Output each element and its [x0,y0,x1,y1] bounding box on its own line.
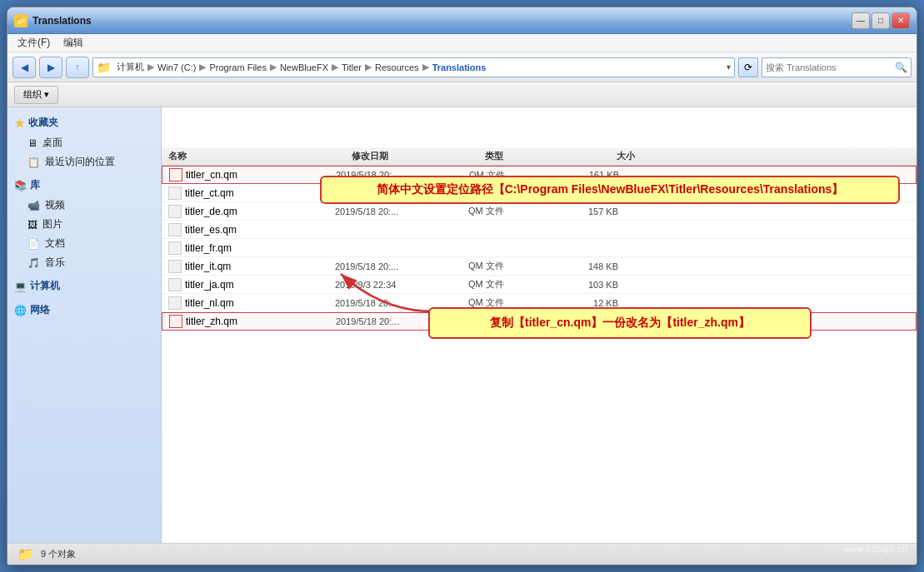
annotation-box1: 简体中文设置定位路径【C:\Program Files\NewBlueFX\Ti… [320,176,900,204]
address-path: 计算机 ▶ Win7 (C:) ▶ Program Files ▶ NewBlu… [114,60,722,74]
address-dropdown-icon[interactable]: ▾ [727,62,731,72]
file-name-cell: titler_cn.qm [169,168,336,182]
maximize-button[interactable]: □ [872,12,890,29]
addr-translations[interactable]: Translations [430,62,489,73]
title-bar-left: 📁 Translations [14,14,92,27]
file-name: titler_de.qm [185,206,237,217]
file-name: titler_zh.qm [186,316,237,327]
col-name-header[interactable]: 名称 [168,150,352,162]
library-icon: 📚 [14,180,27,191]
file-name: titler_ja.qm [185,279,234,291]
address-bar[interactable]: 📁 计算机 ▶ Win7 (C:) ▶ Program Files ▶ NewB… [92,57,735,77]
table-row[interactable]: titler_it.qm2019/5/18 20:...QM 文件148 KB [162,257,917,276]
addr-computer[interactable]: 计算机 [114,60,147,74]
addr-resources[interactable]: Resources [372,62,422,73]
file-name-cell: titler_fr.qm [168,241,335,255]
status-count: 9 个对象 [41,548,76,560]
close-button[interactable]: ✕ [892,12,910,29]
content-area: ★ 收藏夹 🖥 桌面 📋 最近访问的位置 📚 库 📹 [7,107,917,543]
sidebar-item-pictures-label: 图片 [42,217,62,231]
network-header[interactable]: 🌐 网络 [7,300,161,321]
search-box[interactable]: 🔍 [762,57,912,77]
search-icon[interactable]: 🔍 [895,62,907,73]
file-icon [168,278,182,291]
file-name: titler_fr.qm [185,242,232,254]
network-icon: 🌐 [14,305,27,316]
sidebar-item-video[interactable]: 📹 视频 [7,196,161,215]
sidebar: ★ 收藏夹 🖥 桌面 📋 最近访问的位置 📚 库 📹 [7,107,162,543]
file-icon [169,168,182,182]
nav-forward-button[interactable]: ▶ [39,57,62,78]
network-section: 🌐 网络 [7,300,161,321]
organize-button[interactable]: 组织 ▾ [14,86,58,104]
table-row[interactable]: titler_fr.qm [162,239,917,257]
search-input[interactable] [766,62,892,72]
favorites-header[interactable]: ★ 收藏夹 [7,112,161,133]
sidebar-item-desktop[interactable]: 🖥 桌面 [7,133,161,152]
sidebar-item-pictures[interactable]: 🖼 图片 [7,215,161,234]
file-list-header: 名称 修改日期 类型 大小 [162,147,917,166]
file-icon [168,223,182,236]
file-name-cell: titler_ja.qm [168,278,335,291]
col-type-header[interactable]: 类型 [485,150,568,162]
file-icon [169,315,182,328]
table-row[interactable]: titler_de.qm2019/5/18 20:...QM 文件157 KB [162,202,917,221]
music-icon: 🎵 [27,257,40,269]
watermark: 吾爱破解论坛 www.52pojie.cn [844,531,907,554]
documents-icon: 📄 [27,238,40,250]
file-icon [168,241,182,255]
recent-icon: 📋 [27,157,40,168]
file-type-cell: QM 文件 [468,205,552,217]
file-icon [168,296,182,310]
col-size-header[interactable]: 大小 [568,150,635,162]
sidebar-item-music[interactable]: 🎵 音乐 [7,253,161,272]
addr-titler[interactable]: Titler [339,62,364,73]
library-label: 库 [30,178,40,192]
addr-newbluefx[interactable]: NewBlueFX [277,62,331,73]
library-header[interactable]: 📚 库 [7,175,161,196]
table-row[interactable]: titler_es.qm [162,221,917,239]
file-name: titler_cn.qm [186,169,237,181]
computer-label: 计算机 [30,279,60,293]
file-list-area: 简体中文设置定位路径【C:\Program Files\NewBlueFX\Ti… [162,107,917,543]
status-folder-icon: 📁 [17,546,34,562]
file-icon [168,187,182,200]
file-name-cell: titler_zh.qm [169,315,336,328]
file-size-cell: 157 KB [552,206,618,216]
computer-header[interactable]: 💻 计算机 [7,276,161,296]
file-name: titler_it.qm [185,261,231,272]
computer-section: 💻 计算机 [7,276,161,296]
file-size-cell: 103 KB [552,280,618,290]
nav-back-button[interactable]: ◀ [12,57,36,78]
addr-drive[interactable]: Win7 (C:) [155,62,198,73]
file-name-cell: titler_es.qm [168,223,335,236]
favorites-star-icon: ★ [14,117,25,130]
sidebar-item-music-label: 音乐 [45,256,65,270]
organize-bar: 组织 ▾ [7,82,917,107]
title-bar: 📁 Translations — □ ✕ [7,7,917,34]
sidebar-item-desktop-label: 桌面 [42,136,62,150]
addr-programfiles[interactable]: Program Files [207,62,268,73]
file-name-cell: titler_de.qm [168,205,335,218]
sidebar-item-documents[interactable]: 📄 文档 [7,234,161,253]
menu-edit[interactable]: 编辑 [57,34,90,52]
sidebar-item-documents-label: 文档 [45,236,65,251]
table-row[interactable]: titler_ja.qm2019/9/3 22:34QM 文件103 KB [162,276,917,294]
file-name-cell: titler_ct.qm [168,187,335,200]
file-icon [168,205,182,218]
minimize-button[interactable]: — [852,12,870,29]
menu-file[interactable]: 文件(F) [11,34,57,52]
refresh-button[interactable]: ⟳ [738,57,758,77]
status-bar: 📁 9 个对象 [7,543,917,565]
file-name: titler_ct.qm [185,187,234,199]
window-icon: 📁 [14,14,27,27]
computer-icon: 💻 [14,281,27,292]
sidebar-item-recent[interactable]: 📋 最近访问的位置 [7,152,161,172]
network-label: 网络 [30,303,50,317]
file-name-cell: titler_nl.qm [168,296,335,310]
col-date-header[interactable]: 修改日期 [352,150,485,162]
nav-up-button[interactable]: ↑ [66,57,89,78]
window-controls: — □ ✕ [852,12,910,29]
menu-bar: 文件(F) 编辑 [7,34,917,52]
video-icon: 📹 [27,200,40,211]
